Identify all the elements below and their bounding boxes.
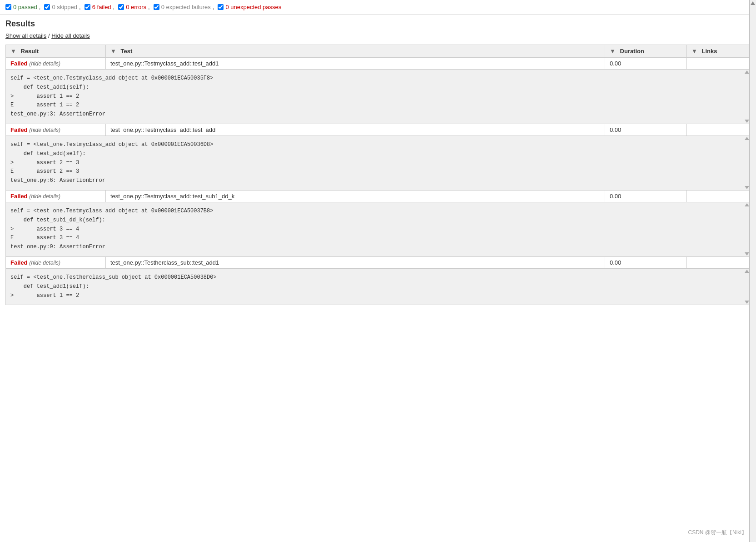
table-row: Failed (hide details)test_one.py::Testmy… [6, 124, 751, 136]
detail-row: self = <test_one.Testherclass_sub object… [6, 268, 751, 305]
detail-content: self = <test_one.Testherclass_sub object… [6, 269, 750, 305]
watermark: CSDN @贺一航【Niki】 [688, 529, 747, 537]
code-line-error: E assert 1 == 2 [10, 101, 744, 110]
col-header-duration[interactable]: ▼ Duration [605, 45, 687, 58]
test-cell: test_one.py::Testherclass_sub::test_add1 [106, 256, 605, 268]
code-line-error: E assert 2 == 3 [10, 167, 744, 176]
code-line: test_one.py:9: AssertionError [10, 243, 744, 252]
detail-row: self = <test_one.Testmyclass_add object … [6, 70, 751, 124]
detail-cell: self = <test_one.Testherclass_sub object… [6, 268, 751, 305]
links-cell [687, 190, 751, 202]
status-label: Failed [10, 193, 28, 200]
scroll-up-arrow[interactable] [745, 137, 749, 140]
detail-cell: self = <test_one.Testmyclass_add object … [6, 70, 751, 124]
result-cell: Failed (hide details) [6, 190, 106, 202]
unexpected-checkbox[interactable] [218, 4, 224, 10]
col-header-test[interactable]: ▼ Test [106, 45, 605, 58]
test-cell: test_one.py::Testmyclass_add::test_sub1_… [106, 190, 605, 202]
code-line: > assert 1 == 2 [10, 291, 744, 301]
skipped-checkbox[interactable] [44, 4, 50, 10]
stat-passed: 0 passed, [5, 4, 40, 10]
hide-details-link[interactable]: (hide details) [29, 193, 60, 200]
scroll-down-arrow[interactable] [745, 252, 749, 256]
scroll-down-arrow[interactable] [745, 186, 749, 189]
result-cell: Failed (hide details) [6, 256, 106, 268]
show-all-details-link[interactable]: Show all details [5, 32, 46, 39]
status-label: Failed [10, 60, 28, 67]
code-line: def test_add1(self): [10, 282, 744, 291]
detail-content: self = <test_one.Testmyclass_add object … [6, 202, 750, 256]
results-title: Results [5, 19, 751, 29]
stat-errors: 0 errors, [118, 4, 149, 10]
errors-count: 0 errors [126, 4, 146, 10]
hide-details-link[interactable]: (hide details) [29, 60, 60, 67]
scroll-up-arrow[interactable] [745, 270, 749, 273]
links-cell [687, 58, 751, 70]
passed-checkbox[interactable] [5, 4, 11, 10]
test-cell: test_one.py::Testmyclass_add::test_add [106, 124, 605, 136]
code-line-error: E assert 3 == 4 [10, 234, 744, 243]
scroll-indicator [745, 70, 749, 123]
col-header-result[interactable]: ▼ Result [6, 45, 106, 58]
detail-content: self = <test_one.Testmyclass_add object … [6, 136, 750, 190]
links-cell [687, 124, 751, 136]
stat-expected: 0 expected failures, [154, 4, 214, 10]
detail-content: self = <test_one.Testmyclass_add object … [6, 70, 750, 124]
expected-checkbox[interactable] [154, 4, 159, 10]
scroll-indicator [745, 203, 749, 256]
scroll-up-arrow[interactable] [745, 203, 749, 206]
errors-checkbox[interactable] [118, 4, 124, 10]
table-row: Failed (hide details)test_one.py::Testhe… [6, 256, 751, 268]
skipped-count: 0 skipped [52, 4, 77, 10]
failed-checkbox[interactable] [85, 4, 90, 10]
hide-details-link[interactable]: (hide details) [29, 260, 60, 266]
code-line: def test_sub1_dd_k(self): [10, 216, 744, 225]
scroll-up-arrow[interactable] [745, 70, 749, 74]
passed-count: 0 passed [13, 4, 37, 10]
page-scroll-up-arrow[interactable] [751, 1, 755, 5]
scroll-indicator [745, 137, 749, 189]
col-header-links[interactable]: ▼ Links [687, 45, 751, 58]
code-line: def test_add(self): [10, 150, 744, 159]
stat-unexpected: 0 unexpected passes [218, 4, 281, 10]
table-row: Failed (hide details)test_one.py::Testmy… [6, 58, 751, 70]
code-line: > assert 1 == 2 [10, 92, 744, 101]
hide-details-link[interactable]: (hide details) [29, 127, 60, 133]
stat-skipped: 0 skipped, [44, 4, 80, 10]
sort-icon-test: ▼ [110, 48, 116, 55]
table-header-row: ▼ Result ▼ Test ▼ Duration ▼ Links [6, 45, 751, 58]
hide-all-details-link[interactable]: Hide all details [51, 32, 90, 39]
duration-cell: 0.00 [605, 58, 687, 70]
code-line: test_one.py:3: AssertionError [10, 110, 744, 119]
links-cell [687, 256, 751, 268]
sort-icon-result: ▼ [10, 48, 16, 55]
scroll-down-arrow[interactable] [745, 301, 749, 304]
page-scrollbar[interactable] [749, 0, 756, 542]
detail-row: self = <test_one.Testmyclass_add object … [6, 136, 751, 190]
scroll-down-arrow[interactable] [745, 120, 749, 123]
code-line: self = <test_one.Testmyclass_add object … [10, 207, 744, 216]
result-cell: Failed (hide details) [6, 58, 106, 70]
duration-cell: 0.00 [605, 256, 687, 268]
duration-value: 0.00 [610, 126, 621, 133]
result-cell: Failed (hide details) [6, 124, 106, 136]
duration-cell: 0.00 [605, 124, 687, 136]
details-links: Show all details / Hide all details [5, 32, 751, 39]
duration-value: 0.00 [610, 193, 621, 200]
stat-failed: 6 failed, [85, 4, 115, 10]
sort-icon-links: ▼ [691, 48, 697, 55]
col-header-duration-label: Duration [620, 48, 644, 55]
test-cell: test_one.py::Testmyclass_add::test_add1 [106, 58, 605, 70]
col-header-result-label: Result [21, 48, 39, 55]
duration-value: 0.00 [610, 259, 621, 266]
detail-cell: self = <test_one.Testmyclass_add object … [6, 136, 751, 190]
status-label: Failed [10, 126, 28, 133]
duration-value: 0.00 [610, 60, 621, 67]
duration-cell: 0.00 [605, 190, 687, 202]
top-stats-bar: 0 passed, 0 skipped, 6 failed, 0 errors,… [0, 0, 756, 15]
code-line: > assert 2 == 3 [10, 159, 744, 168]
code-line: def test_add1(self): [10, 83, 744, 92]
results-table: ▼ Result ▼ Test ▼ Duration ▼ Links Faile… [5, 45, 751, 305]
detail-row: self = <test_one.Testmyclass_add object … [6, 202, 751, 256]
status-label: Failed [10, 259, 28, 266]
